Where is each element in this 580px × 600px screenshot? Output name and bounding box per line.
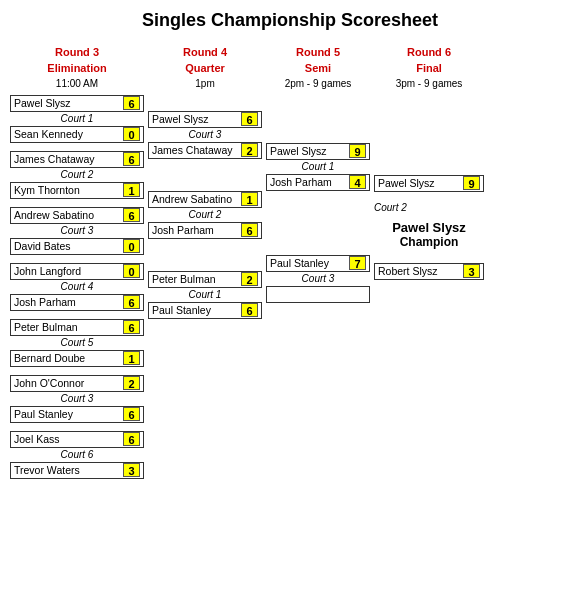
r3-m6-p2-row: Paul Stanley 6 (10, 406, 144, 423)
champion-label: Champion (374, 235, 484, 249)
r3-m7-p2-score: 3 (123, 463, 140, 477)
r5-m2-p1-row: Paul Stanley 7 (266, 255, 370, 272)
r3-m4-court: Court 4 (10, 280, 144, 294)
r3-subtitle: Elimination (10, 61, 144, 75)
r3-m3-p1-score: 6 (123, 208, 140, 222)
r6-court-label: Court 2 (374, 202, 407, 213)
r5-m2-p1-score: 7 (349, 256, 366, 270)
r3-m7-p1-score: 6 (123, 432, 140, 446)
r3-m3-p2-score: 0 (123, 239, 140, 253)
r3-m5-p2-name: Bernard Doube (14, 352, 85, 364)
r3-m2-p2-row: Kym Thornton 1 (10, 182, 144, 199)
r3-m3-p1-name: Andrew Sabatino (14, 209, 94, 221)
r3-m5-p2-score: 1 (123, 351, 140, 365)
r3-m2-p1-row: James Chataway 6 (10, 151, 144, 168)
r3-m7-p2-name: Trevor Waters (14, 464, 80, 476)
r4-m3-p1-row: Peter Bulman 2 (148, 271, 262, 288)
r5-m2-p2-name (270, 288, 273, 300)
r6-match-1-p2: Robert Slysz 3 (374, 263, 484, 280)
r4-m2-p1-row: Andrew Sabatino 1 (148, 191, 262, 208)
r3-m1-p2-row: Sean Kennedy 0 (10, 126, 144, 143)
r6-m1-p1-row: Pawel Slysz 9 (374, 175, 484, 192)
r4-m2-court: Court 2 (148, 208, 262, 222)
r3-match-6: John O'Connor 2 Court 3 Paul Stanley 6 (10, 375, 144, 423)
r5-m1-p2-score: 4 (349, 175, 366, 189)
r6-subtitle: Final (374, 61, 484, 75)
r6-m1-p2-score: 3 (463, 264, 480, 278)
r4-m3-p2-name: Paul Stanley (152, 304, 211, 316)
r6-header: Round 6 (374, 45, 484, 59)
r3-m6-p2-score: 6 (123, 407, 140, 421)
r3-m6-p2-name: Paul Stanley (14, 408, 73, 420)
r5-match-1: Pawel Slysz 9 Court 1 Josh Parham 4 (266, 143, 370, 191)
r4-m1-p2-row: James Chataway 2 (148, 142, 262, 159)
round4-col: Round 4 Quarter 1pm Pawel Slysz 6 Court … (148, 45, 266, 483)
r3-m5-p1-row: Peter Bulman 6 (10, 319, 144, 336)
r3-m4-p1-name: John Langford (14, 265, 81, 277)
round6-col: Round 6 Final 3pm - 9 games Pawel Slysz … (374, 45, 484, 483)
r4-match-2: Andrew Sabatino 1 Court 2 Josh Parham 6 (148, 191, 262, 239)
round3-col: Round 3 Elimination 11:00 AM Pawel Slysz… (10, 45, 148, 483)
r4-m2-p1-name: Andrew Sabatino (152, 193, 232, 205)
r5-subtitle: Semi (266, 61, 370, 75)
r3-m4-p2-score: 6 (123, 295, 140, 309)
r5-m1-p1-score: 9 (349, 144, 366, 158)
r5-m2-p2-row: 0 (266, 286, 370, 303)
r3-match-7: Joel Kass 6 Court 6 Trevor Waters 3 (10, 431, 144, 479)
r4-m1-p2-name: James Chataway (152, 144, 233, 156)
r3-match-2: James Chataway 6 Court 2 Kym Thornton 1 (10, 151, 144, 199)
r3-m1-p1-score: 6 (123, 96, 140, 110)
r5-m2-court: Court 3 (266, 272, 370, 286)
r3-m6-p1-row: John O'Connor 2 (10, 375, 144, 392)
r6-m1-p2-row: Robert Slysz 3 (374, 263, 484, 280)
r3-m7-p1-name: Joel Kass (14, 433, 60, 445)
r5-m1-p2-row: Josh Parham 4 (266, 174, 370, 191)
r4-m2-p1-score: 1 (241, 192, 258, 206)
r4-m1-p1-score: 6 (241, 112, 258, 126)
r3-m5-p1-name: Peter Bulman (14, 321, 78, 333)
r4-m3-p1-score: 2 (241, 272, 258, 286)
r4-time: 1pm (148, 78, 262, 89)
r5-time: 2pm - 9 games (266, 78, 370, 89)
r4-m3-p2-score: 6 (241, 303, 258, 317)
r4-match-1: Pawel Slysz 6 Court 3 James Chataway 2 (148, 111, 262, 159)
r3-match-3: Andrew Sabatino 6 Court 3 David Bates 0 (10, 207, 144, 255)
r4-m2-p2-score: 6 (241, 223, 258, 237)
r3-header: Round 3 (10, 45, 144, 59)
r3-m3-p2-name: David Bates (14, 240, 71, 252)
r3-m5-p2-row: Bernard Doube 1 (10, 350, 144, 367)
r3-m2-p1-score: 6 (123, 152, 140, 166)
r3-m7-court: Court 6 (10, 448, 144, 462)
r3-m2-p2-name: Kym Thornton (14, 184, 80, 196)
r6-time: 3pm - 9 games (374, 78, 484, 89)
r5-m1-p1-row: Pawel Slysz 9 (266, 143, 370, 160)
r5-header: Round 5 (266, 45, 370, 59)
r3-m4-p1-score: 0 (123, 264, 140, 278)
r4-m1-p2-score: 2 (241, 143, 258, 157)
r3-m6-court: Court 3 (10, 392, 144, 406)
r3-m1-p2-name: Sean Kennedy (14, 128, 83, 140)
r6-m1-p1-name: Pawel Slysz (378, 177, 435, 189)
r5-m1-court: Court 1 (266, 160, 370, 174)
r4-m1-p1-row: Pawel Slysz 6 (148, 111, 262, 128)
r3-m4-p2-row: Josh Parham 6 (10, 294, 144, 311)
r3-match-1: Pawel Slysz 6 Court 1 Sean Kennedy 0 (10, 95, 144, 143)
r3-m2-court: Court 2 (10, 168, 144, 182)
r3-m2-p2-score: 1 (123, 183, 140, 197)
r3-m4-p1-row: John Langford 0 (10, 263, 144, 280)
r3-m2-p1-name: James Chataway (14, 153, 95, 165)
r3-m4-p2-name: Josh Parham (14, 296, 76, 308)
r3-match-5: Peter Bulman 6 Court 5 Bernard Doube 1 (10, 319, 144, 367)
r6-match-1: Pawel Slysz 9 (374, 175, 484, 192)
r4-m1-p1-name: Pawel Slysz (152, 113, 209, 125)
r3-m6-p1-score: 2 (123, 376, 140, 390)
r4-m1-court: Court 3 (148, 128, 262, 142)
r5-match-2: Paul Stanley 7 Court 3 0 (266, 255, 370, 303)
champion-name: Pawel Slysz (374, 220, 484, 235)
r3-m7-p2-row: Trevor Waters 3 (10, 462, 144, 479)
r4-m2-p2-row: Josh Parham 6 (148, 222, 262, 239)
r5-m1-p1-name: Pawel Slysz (270, 145, 327, 157)
r4-match-3: Peter Bulman 2 Court 1 Paul Stanley 6 (148, 271, 262, 319)
round5-col: Round 5 Semi 2pm - 9 games Pawel Slysz 9… (266, 45, 374, 483)
r4-m2-p2-name: Josh Parham (152, 224, 214, 236)
